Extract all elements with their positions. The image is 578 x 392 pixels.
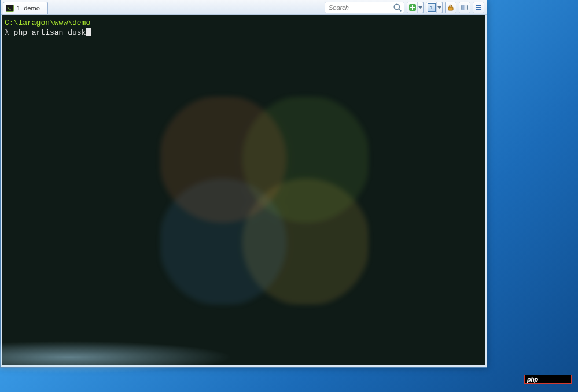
tray-badge-text: php [527, 376, 538, 383]
tab-number-icon: 1 [428, 3, 436, 12]
toolbar: 1 [322, 0, 487, 14]
svg-rect-7 [448, 7, 453, 10]
tray-php-badge[interactable]: php [524, 375, 572, 384]
menu-button[interactable] [473, 2, 484, 13]
terminal-line: λ php artisan dusk [5, 28, 483, 38]
cmder-icon [6, 4, 14, 12]
terminal-command: php artisan dusk [14, 28, 86, 37]
svg-rect-11 [476, 7, 481, 8]
terminal-prompt: λ [5, 28, 14, 37]
tab-demo[interactable]: 1. demo [3, 2, 48, 14]
terminal-window: 1. demo 1 [0, 0, 487, 368]
lock-icon [447, 3, 455, 12]
svg-rect-0 [6, 5, 14, 12]
toggle-panels-button[interactable] [459, 2, 470, 13]
hamburger-icon [474, 3, 483, 12]
svg-rect-9 [462, 5, 465, 10]
svg-point-2 [394, 4, 399, 9]
terminal-body[interactable]: C:\laragon\www\demo λ php artisan dusk [2, 15, 485, 365]
lock-button[interactable] [445, 2, 456, 13]
tab-label: 1. demo [17, 5, 40, 12]
svg-rect-10 [476, 5, 481, 6]
plus-icon [408, 3, 417, 12]
new-tab-button[interactable] [407, 2, 424, 13]
terminal-cursor [86, 28, 91, 36]
svg-rect-6 [410, 7, 415, 8]
search-input[interactable] [329, 4, 391, 11]
svg-line-3 [399, 9, 401, 11]
svg-rect-12 [476, 9, 481, 10]
tab-list-dropdown[interactable] [436, 2, 442, 13]
new-tab-dropdown[interactable] [417, 2, 423, 13]
tab-strip: 1. demo [1, 0, 48, 14]
terminal-cwd: C:\laragon\www\demo [5, 19, 483, 28]
titlebar: 1. demo 1 [1, 0, 487, 15]
search-box[interactable] [325, 2, 404, 13]
tab-list-button[interactable]: 1 [426, 2, 443, 13]
panels-icon [461, 3, 469, 12]
search-icon[interactable] [393, 3, 402, 12]
